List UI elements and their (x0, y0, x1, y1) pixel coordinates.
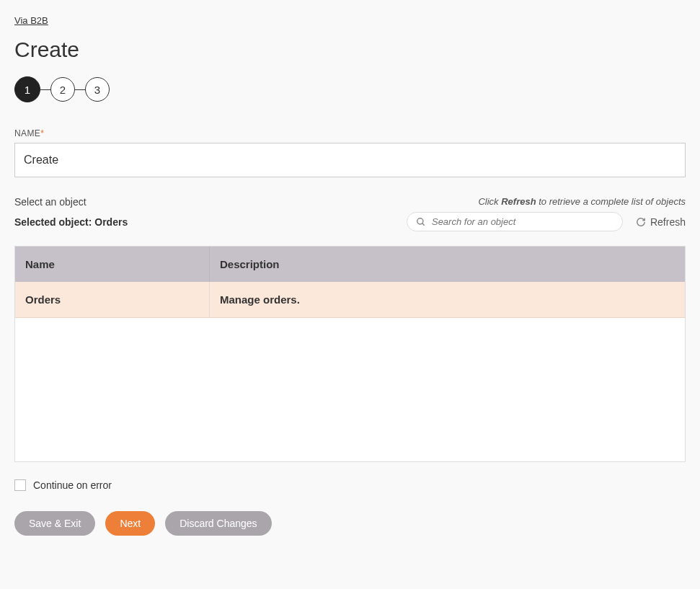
table-header: Name Description (15, 247, 685, 282)
button-row: Save & Exit Next Discard Changes (14, 511, 686, 536)
next-button[interactable]: Next (105, 511, 155, 536)
name-input[interactable] (14, 143, 686, 177)
save-exit-button[interactable]: Save & Exit (14, 511, 95, 536)
required-asterisk: * (40, 128, 44, 138)
step-connector (40, 89, 50, 90)
select-object-label: Select an object (14, 196, 87, 208)
continue-on-error-checkbox[interactable] (14, 479, 26, 491)
step-3[interactable]: 3 (85, 77, 110, 102)
td-name: Orders (15, 282, 210, 317)
search-box[interactable] (407, 212, 623, 231)
refresh-label: Refresh (650, 216, 686, 228)
table-row[interactable]: Orders Manage orders. (15, 282, 685, 318)
refresh-icon (636, 217, 646, 227)
refresh-hint: Click Refresh to retrieve a complete lis… (478, 196, 686, 207)
th-description: Description (210, 247, 685, 282)
step-1[interactable]: 1 (14, 76, 40, 102)
page-title: Create (14, 37, 686, 62)
discard-button[interactable]: Discard Changes (165, 511, 271, 536)
name-field-label: NAME* (14, 128, 686, 138)
selected-object-label: Selected object: Orders (14, 216, 128, 228)
search-input[interactable] (432, 216, 613, 227)
svg-point-0 (417, 218, 423, 223)
refresh-button[interactable]: Refresh (636, 216, 686, 228)
search-icon (416, 217, 426, 227)
svg-line-1 (422, 223, 425, 225)
step-connector (75, 89, 85, 90)
object-table: Name Description Orders Manage orders. (14, 246, 686, 462)
td-description: Manage orders. (210, 282, 685, 317)
th-name: Name (15, 247, 210, 282)
step-2[interactable]: 2 (50, 77, 75, 102)
stepper: 1 2 3 (14, 76, 686, 102)
breadcrumb[interactable]: Via B2B (14, 15, 48, 26)
continue-on-error-label[interactable]: Continue on error (33, 479, 112, 491)
